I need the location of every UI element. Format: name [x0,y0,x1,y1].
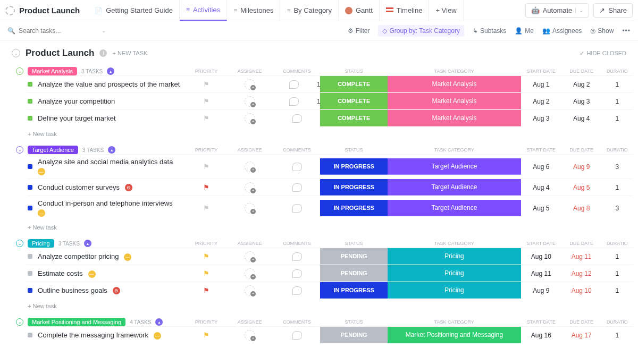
task-row[interactable]: Conduct in-person and telephone intervie… [27,196,633,220]
status-cell[interactable]: PENDING [320,327,387,343]
add-assignee-icon[interactable] [245,330,255,341]
group-collapse-icon[interactable]: ⌄ [16,146,23,154]
new-task-button[interactable]: + NEW TASK [112,50,147,56]
duration-cell[interactable]: 3 [602,163,633,171]
due-date-cell[interactable]: Aug 4 [561,115,602,122]
group-by-button[interactable]: ◇ Group by: Task Category [378,25,464,37]
filter-button[interactable]: ⚙ Filter [348,27,370,35]
status-cell[interactable]: PENDING [320,265,387,282]
group-name-pill[interactable]: Target Audience [28,146,78,154]
subtask-badge-icon[interactable]: — [154,332,161,340]
task-row[interactable]: Analyze your competition⚑1COMPLETEMarket… [27,92,633,109]
blocked-badge-icon[interactable]: ⊖ [113,287,120,294]
nav-getting-started[interactable]: 📄 Getting Started Guide [88,0,180,21]
comments-cell[interactable] [274,286,321,295]
priority-cell[interactable]: ⚑ [187,80,226,88]
comments-cell[interactable] [274,114,321,123]
duration-cell[interactable]: 1 [602,81,633,88]
due-date-cell[interactable]: Aug 17 [561,332,602,339]
nav-timeline[interactable]: Timeline [380,0,430,21]
status-square-icon[interactable] [28,185,32,190]
comments-cell[interactable]: 1 [274,80,321,89]
category-cell[interactable]: Pricing [388,265,521,282]
status-cell[interactable]: IN PROGRESS [320,179,387,196]
nav-milestones[interactable]: ≡ Milestones [227,0,280,21]
status-square-icon[interactable] [28,164,32,169]
duration-cell[interactable]: 1 [602,332,633,339]
start-date-cell[interactable]: Aug 2 [521,98,561,105]
add-assignee-icon[interactable] [245,79,255,90]
priority-cell[interactable]: ⚑ [187,286,226,294]
task-row[interactable]: Analyze the value and prospects of the m… [27,75,633,92]
task-row[interactable]: Define your target market⚑COMPLETEMarket… [27,109,633,126]
start-date-cell[interactable]: Aug 11 [521,270,561,277]
assignee-cell[interactable] [226,330,273,341]
group-collapse-icon[interactable]: ⌄ [16,240,23,247]
due-date-cell[interactable]: Aug 3 [561,98,602,105]
task-row[interactable]: Estimate costs —⚑PENDINGPricingAug 11Aug… [27,265,633,282]
assignee-cell[interactable] [226,182,273,193]
list-collapse-icon[interactable]: ⌄ [12,49,20,57]
task-row[interactable]: Analyze competitor pricing —⚑PENDINGPric… [27,248,633,265]
automate-button[interactable]: 🤖 Automate ⌄ [525,3,590,18]
status-cell[interactable]: IN PROGRESS [320,158,387,175]
category-cell[interactable]: Pricing [388,282,521,299]
hide-closed-toggle[interactable]: ✓ HIDE CLOSED [580,50,626,57]
collapse-all-icon[interactable]: ▲ [155,318,163,326]
group-name-pill[interactable]: Pricing [28,239,54,248]
start-date-cell[interactable]: Aug 10 [521,253,561,260]
info-icon[interactable]: i [99,49,107,57]
due-date-cell[interactable]: Aug 8 [561,205,602,212]
task-row[interactable]: Complete the messaging framework —⚑PENDI… [27,326,633,343]
priority-cell[interactable]: ⚑ [187,331,226,339]
start-date-cell[interactable]: Aug 5 [521,205,561,212]
share-button[interactable]: ↗ Share [593,3,633,18]
status-square-icon[interactable] [28,288,32,293]
add-assignee-icon[interactable] [245,96,255,107]
category-cell[interactable]: Market Positioning and Messaging [388,327,521,343]
category-cell[interactable]: Market Analysis [388,93,521,109]
start-date-cell[interactable]: Aug 1 [521,81,561,88]
assignee-cell[interactable] [226,96,273,107]
status-cell[interactable]: COMPLETE [320,110,387,126]
comments-cell[interactable] [274,252,321,261]
blocked-badge-icon[interactable]: ⊖ [125,184,132,191]
start-date-cell[interactable]: Aug 4 [521,184,561,191]
status-cell[interactable]: IN PROGRESS [320,200,387,216]
nav-by-category[interactable]: ≡ By Category [280,0,339,21]
task-row[interactable]: Outline business goals ⊖⚑IN PROGRESSPric… [27,282,633,299]
priority-cell[interactable]: ⚑ [187,204,226,212]
priority-cell[interactable]: ⚑ [187,114,226,122]
category-cell[interactable]: Pricing [388,248,521,265]
comments-cell[interactable]: 1 [274,97,321,106]
new-task-row[interactable]: + New task [16,220,633,233]
assignee-cell[interactable] [226,162,273,172]
add-assignee-icon[interactable] [245,285,255,296]
add-assignee-icon[interactable] [245,182,255,193]
assignee-cell[interactable] [226,113,273,124]
search-input[interactable] [19,27,98,35]
start-date-cell[interactable]: Aug 9 [521,287,561,294]
status-square-icon[interactable] [28,99,32,104]
subtask-badge-icon[interactable]: — [88,270,96,278]
group-collapse-icon[interactable]: ⌄ [16,318,23,326]
comments-cell[interactable] [274,331,321,340]
priority-cell[interactable]: ⚑ [187,97,226,105]
subtask-badge-icon[interactable]: — [38,209,45,217]
priority-cell[interactable]: ⚑ [187,163,226,171]
add-assignee-icon[interactable] [245,203,255,214]
category-cell[interactable]: Market Analysis [388,76,521,92]
duration-cell[interactable]: 1 [602,184,633,191]
assignee-cell[interactable] [226,203,273,214]
status-square-icon[interactable] [28,116,32,121]
collapse-all-icon[interactable]: ▲ [84,240,91,247]
status-cell[interactable]: COMPLETE [320,93,387,109]
subtasks-button[interactable]: ↳ Subtasks [473,27,506,35]
add-assignee-icon[interactable] [245,251,255,262]
add-assignee-icon[interactable] [245,162,255,172]
category-cell[interactable]: Market Analysis [388,110,521,126]
collapse-all-icon[interactable]: ▲ [108,146,115,154]
due-date-cell[interactable]: Aug 5 [561,184,602,191]
group-collapse-icon[interactable]: ⌄ [16,67,23,75]
assignee-cell[interactable] [226,268,273,279]
